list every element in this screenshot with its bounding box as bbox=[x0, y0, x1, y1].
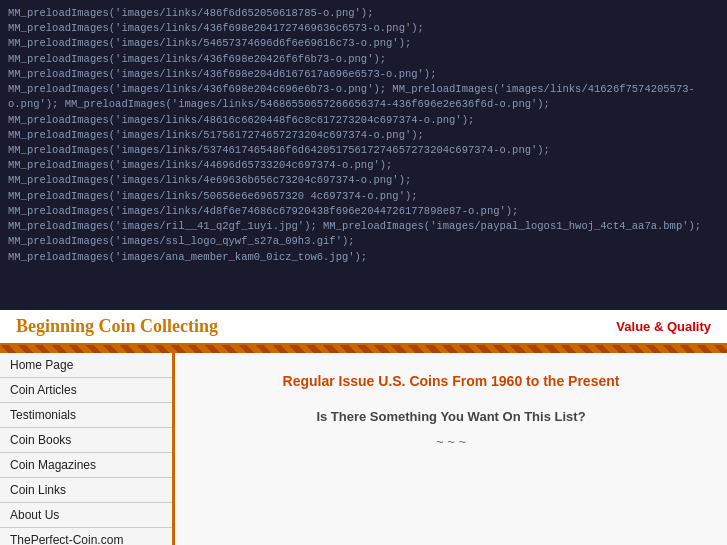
sidebar: Home PageCoin ArticlesTestimonialsCoin B… bbox=[0, 353, 175, 545]
code-line: MM_preloadImages('images/links/486f6d652… bbox=[8, 6, 719, 21]
code-line: MM_preloadImages('images/links/436f698e2… bbox=[8, 52, 719, 67]
main-heading: Regular Issue U.S. Coins From 1960 to th… bbox=[205, 373, 697, 389]
sidebar-link[interactable]: Coin Links bbox=[0, 478, 172, 503]
code-line: MM_preloadImages('images/links/546573746… bbox=[8, 36, 719, 51]
code-line: MM_preloadImages('images/links/436f698e2… bbox=[8, 21, 719, 36]
code-line: MM_preloadImages('images/links/4d8f6e746… bbox=[8, 204, 719, 219]
code-line: MM_preloadImages('images/links/436f698e2… bbox=[8, 67, 719, 82]
code-line: MM_preloadImages('images/ril__41_q2gf_1u… bbox=[8, 219, 719, 234]
code-line: MM_preloadImages('images/links/44696d657… bbox=[8, 158, 719, 173]
main-content: Regular Issue U.S. Coins From 1960 to th… bbox=[175, 353, 727, 545]
sidebar-link[interactable]: Coin Magazines bbox=[0, 453, 172, 478]
code-line: MM_preloadImages('images/links/537461746… bbox=[8, 143, 719, 158]
sidebar-link[interactable]: ThePerfect-Coin.com bbox=[0, 528, 172, 545]
code-line: MM_preloadImages('images/links/48616c662… bbox=[8, 113, 719, 128]
code-line: MM_preloadImages('images/ssl_logo_qywf_s… bbox=[8, 234, 719, 249]
site-wrapper: Beginning Coin Collecting Value & Qualit… bbox=[0, 310, 727, 545]
stripe-divider bbox=[0, 345, 727, 353]
code-line: MM_preloadImages('images/links/4e69636b6… bbox=[8, 173, 719, 188]
code-line: MM_preloadImages('images/links/436f698e2… bbox=[8, 82, 719, 112]
code-line: MM_preloadImages('images/links/50656e6e6… bbox=[8, 189, 719, 204]
site-tagline: Value & Quality bbox=[616, 319, 711, 334]
site-title: Beginning Coin Collecting bbox=[16, 316, 218, 337]
code-line: MM_preloadImages('images/links/517561727… bbox=[8, 128, 719, 143]
sidebar-link[interactable]: Home Page bbox=[0, 353, 172, 378]
sidebar-link[interactable]: Coin Books bbox=[0, 428, 172, 453]
tilde-decoration: ~ ~ ~ bbox=[205, 434, 697, 449]
code-block: MM_preloadImages('images/links/486f6d652… bbox=[0, 0, 727, 310]
site-header: Beginning Coin Collecting Value & Qualit… bbox=[0, 310, 727, 345]
sidebar-link[interactable]: Testimonials bbox=[0, 403, 172, 428]
sub-heading: Is There Something You Want On This List… bbox=[205, 409, 697, 424]
sidebar-link[interactable]: About Us bbox=[0, 503, 172, 528]
code-line: MM_preloadImages('images/ana_member_kam0… bbox=[8, 250, 719, 265]
content-wrapper: Home PageCoin ArticlesTestimonialsCoin B… bbox=[0, 353, 727, 545]
sidebar-link[interactable]: Coin Articles bbox=[0, 378, 172, 403]
